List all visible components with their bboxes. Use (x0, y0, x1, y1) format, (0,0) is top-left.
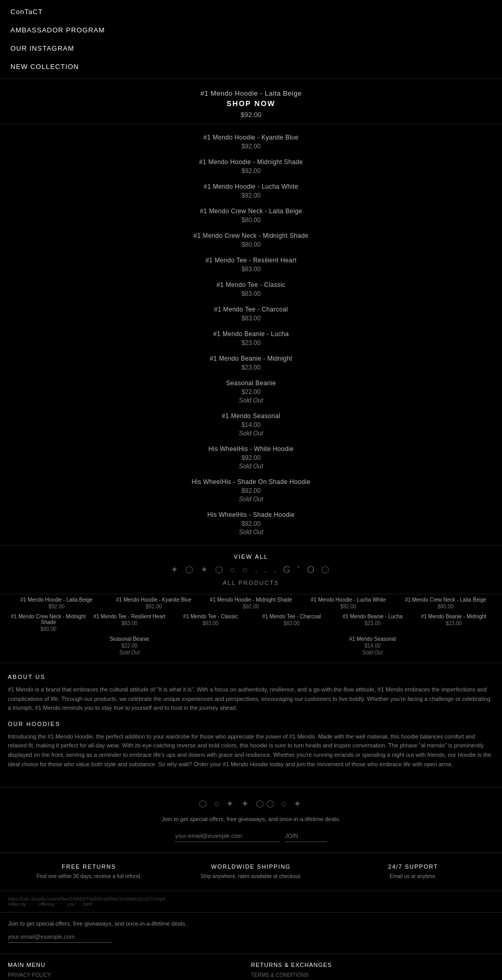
footer-main-menu-heading: MAIN MENU (8, 962, 251, 968)
feature-free-returns: FREE RETURNS Find one within 30 days, re… (8, 863, 170, 880)
grid-product-item[interactable]: Seasonal Beanie$22.00Sold Out (8, 636, 251, 656)
hoodies-text: Introducing the #1 Mendo Hoodie, the per… (8, 732, 494, 769)
grid-product-item[interactable]: #1 Mendo Hoodie - Midnight Shade$92.00 (202, 597, 300, 609)
product-item-name: His WheelHis - Shade On Shade Hoodie (0, 478, 502, 486)
product-item-name: #1 Mendo Hoodie - Lucha White (0, 183, 502, 190)
hero-shop-now-button[interactable]: SHOP NOW (0, 99, 502, 108)
grid-product-name: #1 Mendo Beanie - Lucha (332, 614, 413, 619)
grid-product-name: #1 Mendo Seasonal (251, 636, 494, 642)
footer-links: MAIN MENU PRIVACY POLICY Shop ' ' Cause … (0, 954, 502, 980)
grid-product-item[interactable]: #1 Mendo Tee - Charcoal$83.00 (251, 614, 332, 632)
product-item[interactable]: #1 Mendo Seasonal$14.00Sold Out (0, 408, 502, 441)
grid-product-price: $83.00 (89, 620, 170, 626)
grid-product-price: $92.00 (105, 604, 202, 609)
products-grid-row: Seasonal Beanie$22.00Sold Out#1 Mendo Se… (8, 636, 494, 656)
grid-product-item[interactable]: #1 Mendo Tee - Classic$83.00 (170, 614, 251, 632)
grid-product-price: $92.00 (202, 604, 300, 609)
product-item-price: $14.00 (0, 421, 502, 429)
view-all-icons: ✦ ⬡ ✦ ⬡ ○ ○ . . . G ʼ O ⬡ (0, 564, 502, 575)
feature-returns-title: FREE RETURNS (8, 863, 170, 870)
feature-returns-desc: Find one within 30 days, receive a full … (8, 872, 170, 880)
product-item-name: #1 Mendo Crew Neck - Midnight Shade (0, 232, 502, 239)
grid-product-name: #1 Mendo Hoodie - Lucha White (300, 597, 397, 603)
nav-contact[interactable]: ConTaCT (10, 8, 492, 16)
product-item[interactable]: #1 Mendo Beanie - Lucha$23.00 (0, 326, 502, 351)
product-item-price: $92.00 (0, 192, 502, 199)
product-item-name: His WheelHis - Shade Hoodie (0, 511, 502, 518)
product-item-price: $83.00 (0, 315, 502, 322)
newsletter-email-input[interactable] (175, 830, 280, 842)
grid-product-price: $92.00 (300, 604, 397, 609)
product-item[interactable]: #1 Mendo Tee - Charcoal$83.00 (0, 302, 502, 326)
grid-product-item[interactable]: #1 Mendo Crew Neck - Midnight Shade$80.0… (8, 614, 89, 632)
product-item-name: #1 Mendo Tee - Charcoal (0, 306, 502, 313)
product-item[interactable]: His WheelHis - Shade On Shade Hoodie$92.… (0, 474, 502, 507)
nav-new-collection[interactable]: NEW COLLECTION (10, 63, 492, 71)
mobile-newsletter: Join to get special offers, free giveawa… (0, 913, 502, 954)
grid-product-item[interactable]: #1 Mendo Seasonal$14.00Sold Out (251, 636, 494, 656)
hero-section: #1 Mendo Hoodie - Laita Beige SHOP NOW $… (0, 79, 502, 124)
top-navigation: ConTaCT AMBASSADOR PROGRAM OUR INSTAGRAM… (0, 0, 502, 79)
grid-product-item[interactable]: #1 Mendo Crew Neck - Laita Beige$80.00 (397, 597, 494, 609)
grid-product-item[interactable]: #1 Mendo Hoodie - Lucha White$92.00 (300, 597, 397, 609)
newsletter-name-input[interactable] (285, 830, 327, 842)
product-item-name: Seasonal Beanie (0, 379, 502, 387)
product-item-price: $92.00 (0, 167, 502, 175)
nav-ambassador[interactable]: AMBASSADOR PROGRAM (10, 26, 492, 34)
grid-product-price: $14.00 (251, 643, 494, 649)
product-item[interactable]: Seasonal Beanie$22.00Sold Out (0, 375, 502, 408)
newsletter-icons: ⬡ ○ ✦ ✦ ⬡⬡ ○ ✦ (8, 798, 494, 810)
grid-product-name: #1 Mendo Hoodie - Kyanite Blue (105, 597, 202, 603)
product-item[interactable]: #1 Mendo Tee - Classic$83.00 (0, 277, 502, 302)
product-item[interactable]: #1 Mendo Hoodie - Midnight Shade$92.00 (0, 154, 502, 179)
features-strip: FREE RETURNS Find one within 30 days, re… (0, 853, 502, 891)
nav-instagram[interactable]: OUR INSTAGRAM (10, 44, 492, 52)
view-all-section: VIEW ALL ✦ ⬡ ✦ ⬡ ○ ○ . . . G ʼ O ⬡ ALL P… (0, 546, 502, 594)
products-grid-row: #1 Mendo Hoodie - Laita Beige$92.00#1 Me… (8, 597, 494, 609)
grid-product-item[interactable]: #1 Mendo Beanie - Midnight$23.00 (413, 614, 494, 632)
view-all-button[interactable]: VIEW ALL (0, 554, 502, 560)
product-item[interactable]: #1 Mendo Crew Neck - Midnight Shade$80.0… (0, 228, 502, 252)
product-item[interactable]: #1 Mendo Hoodie - Kyanite Blue$92.00 (0, 130, 502, 154)
product-item-name: #1 Mendo Tee - Classic (0, 281, 502, 289)
grid-product-price: $83.00 (251, 620, 332, 626)
about-section: ABOUT US #1 Mendo is a brand that embrac… (0, 663, 502, 788)
feature-shipping-desc: Ship anywhere, rates available at checko… (170, 872, 332, 880)
footer-terms[interactable]: TERMS & CONDITIONS (251, 972, 494, 978)
newsletter-section-top: ⬡ ○ ✦ ✦ ⬡⬡ ○ ✦ Join to get special offer… (0, 788, 502, 853)
grid-product-item[interactable]: #1 Mendo Tee - Resilient Heart$83.00 (89, 614, 170, 632)
grid-product-name: #1 Mendo Tee - Charcoal (251, 614, 332, 619)
all-products-grid: #1 Mendo Hoodie - Laita Beige$92.00#1 Me… (0, 594, 502, 663)
hero-product-name: #1 Mendo Hoodie - Laita Beige (0, 89, 502, 97)
product-item-price: $80.00 (0, 241, 502, 248)
product-item[interactable]: #1 Mendo Beanie - Midnight$23.00 (0, 351, 502, 375)
grid-product-price: $23.00 (332, 620, 413, 626)
footer-col-returns: RETURNS & EXCHANGES TERMS & CONDITIONS (251, 962, 494, 980)
hoodies-heading: OUR HOODIES (8, 721, 494, 727)
product-item-price: $92.00 (0, 143, 502, 150)
footer-privacy-policy[interactable]: PRIVACY POLICY (8, 972, 251, 978)
grid-product-item[interactable]: #1 Mendo Hoodie - Laita Beige$92.00 (8, 597, 105, 609)
newsletter-desc-top: Join to get special offers, free giveawa… (8, 816, 494, 822)
newsletter-form-top (8, 830, 494, 842)
feature-shipping-title: WORLDWIDE SHIPPING (170, 863, 332, 870)
product-item[interactable]: #1 Mendo Tee - Resilient Heart$83.00 (0, 252, 502, 277)
grid-product-name: #1 Mendo Tee - Classic (170, 614, 251, 619)
grid-product-price: $92.00 (8, 604, 105, 609)
sold-out-label: Sold Out (0, 528, 502, 536)
product-item-price: $92.00 (0, 487, 502, 494)
product-item[interactable]: #1 Mendo Hoodie - Lucha White$92.00 (0, 179, 502, 203)
grid-product-item[interactable]: #1 Mendo Beanie - Lucha$23.00 (332, 614, 413, 632)
product-item[interactable]: His WheelHis - Shade Hoodie$92.00Sold Ou… (0, 507, 502, 540)
product-item-name: #1 Mendo Hoodie - Midnight Shade (0, 158, 502, 166)
sold-out-label: Sold Out (0, 495, 502, 503)
sold-out-label: Sold Out (0, 397, 502, 404)
grid-product-item[interactable]: #1 Mendo Hoodie - Kyanite Blue$92.00 (105, 597, 202, 609)
product-item[interactable]: #1 Mendo Crew Neck - Laita Beige$80.00 (0, 203, 502, 228)
feature-support-title: 24/7 SUPPORT (332, 863, 494, 870)
mobile-email-input[interactable] (8, 931, 112, 943)
feature-shipping: WORLDWIDE SHIPPING Ship anywhere, rates … (170, 863, 332, 880)
product-item[interactable]: His WheelHis - White Hoodie$92.00Sold Ou… (0, 441, 502, 474)
sold-out-label: Sold Out (0, 463, 502, 470)
grid-product-price: $23.00 (413, 620, 494, 626)
